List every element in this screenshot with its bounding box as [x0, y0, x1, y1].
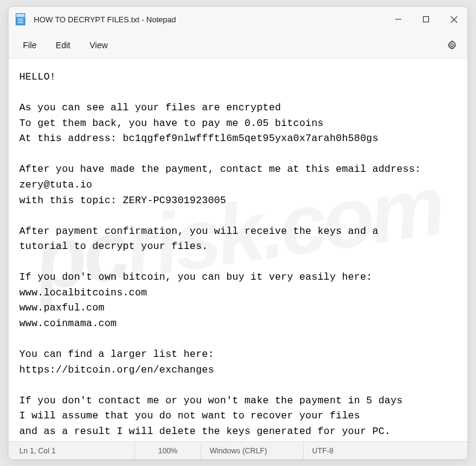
window-controls [384, 7, 468, 32]
menubar: File Edit View [8, 32, 468, 58]
menu-file[interactable]: File [13, 36, 46, 55]
maximize-button[interactable] [412, 7, 440, 32]
svg-rect-1 [424, 17, 429, 22]
notepad-app-icon [16, 13, 25, 25]
minimize-button[interactable] [384, 7, 412, 32]
notepad-window: HOW TO DECRYPT FILES.txt - Notepad File … [8, 6, 468, 460]
status-zoom[interactable]: 100% [135, 442, 201, 459]
settings-button[interactable] [441, 34, 463, 56]
text-editor-area[interactable]: HELLO! As you can see all your files are… [8, 58, 468, 441]
svg-point-4 [451, 43, 454, 46]
menu-edit[interactable]: Edit [46, 36, 80, 55]
status-cursor-position: Ln 1, Col 1 [8, 442, 135, 459]
svg-line-3 [451, 16, 457, 23]
statusbar: Ln 1, Col 1 100% Windows (CRLF) UTF-8 [8, 441, 468, 459]
status-encoding: UTF-8 [304, 442, 388, 459]
status-line-ending: Windows (CRLF) [201, 442, 304, 459]
window-title: HOW TO DECRYPT FILES.txt - Notepad [34, 15, 384, 24]
menu-view[interactable]: View [80, 36, 117, 55]
close-button[interactable] [440, 7, 468, 32]
titlebar[interactable]: HOW TO DECRYPT FILES.txt - Notepad [8, 7, 468, 32]
svg-line-2 [451, 16, 457, 23]
